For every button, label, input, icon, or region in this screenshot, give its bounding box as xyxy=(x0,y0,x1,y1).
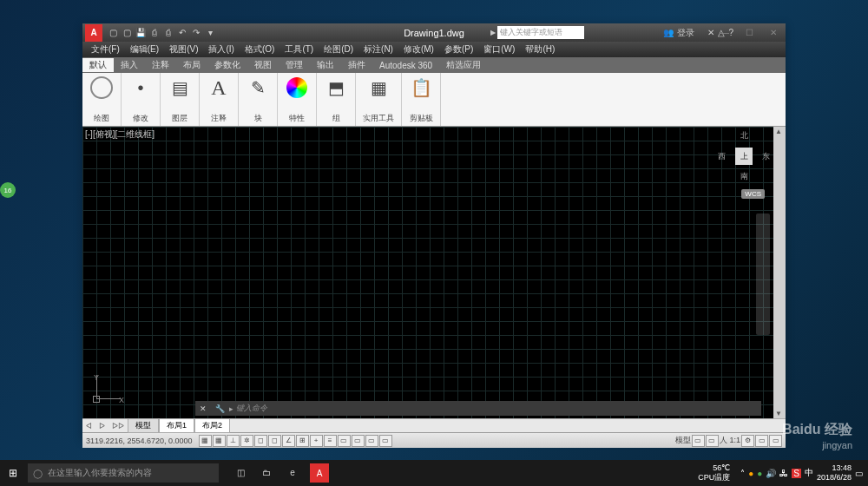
sb-grid[interactable]: ▦ xyxy=(213,435,226,447)
new-icon[interactable]: ▢ xyxy=(107,27,119,39)
sb-snap[interactable]: ▦ xyxy=(199,435,212,447)
menu-file[interactable]: 文件(F) xyxy=(87,43,124,56)
scrollbar-vertical[interactable] xyxy=(773,127,786,418)
sb-r4[interactable]: ▭ xyxy=(755,435,768,447)
tray-4-icon[interactable]: 中 xyxy=(805,467,813,479)
sb-scale[interactable]: 人 1:1 xyxy=(720,435,740,446)
panel-clipboard[interactable]: 📋剪贴板 xyxy=(402,73,441,126)
tab-insert[interactable]: 插入 xyxy=(114,58,145,72)
panel-draw[interactable]: 绘图 xyxy=(82,73,122,126)
tab-featured[interactable]: 精选应用 xyxy=(439,58,488,72)
tray-2-icon[interactable]: ● xyxy=(757,469,762,478)
tab-scroll-left[interactable]: ᐊ xyxy=(82,422,95,430)
tray-ime-icon[interactable]: S xyxy=(792,469,801,478)
sb-r2[interactable]: ▭ xyxy=(706,435,719,447)
redo-icon[interactable]: ↷ xyxy=(190,27,202,39)
tab-scroll-end[interactable]: ᐅᐅ xyxy=(108,422,128,430)
sb-ducs[interactable]: ⊞ xyxy=(296,435,309,447)
tab-manage[interactable]: 管理 xyxy=(279,58,310,72)
sb-model-label[interactable]: 模型 xyxy=(675,435,691,446)
edge-icon[interactable]: e xyxy=(284,463,301,481)
print-icon[interactable]: ⎙ xyxy=(162,27,174,39)
tray-up-icon[interactable]: ˄ xyxy=(740,469,745,478)
navigation-bar[interactable] xyxy=(756,213,770,335)
open-icon[interactable]: ▢ xyxy=(121,27,133,39)
clock[interactable]: 13:482018/6/28 xyxy=(817,463,852,483)
sb-am[interactable]: ▭ xyxy=(379,435,392,447)
tab-plugins[interactable]: 插件 xyxy=(341,58,372,72)
tab-model[interactable]: 模型 xyxy=(128,418,159,433)
search-input[interactable]: 键入关键字或短语 xyxy=(497,26,584,39)
sb-tpy[interactable]: ▭ xyxy=(338,435,351,447)
clipboard-icon: 📋 xyxy=(409,76,433,100)
taskview-icon[interactable]: ◫ xyxy=(232,463,249,481)
sb-otrack[interactable]: ∠ xyxy=(282,435,295,447)
tab-layout[interactable]: 布局 xyxy=(176,58,207,72)
drawing-canvas[interactable]: [-][俯视][二维线框] 北 南 东 西 上 WCS Y X ✕ 🔧 ▸ 键入… xyxy=(82,127,786,418)
taskbar-search[interactable]: ◯ 在这里输入你要搜索的内容 xyxy=(28,463,219,483)
sb-r1[interactable]: ▭ xyxy=(692,435,705,447)
start-button[interactable]: ⊞ xyxy=(0,460,26,486)
cmd-wrench-icon[interactable]: 🔧 xyxy=(211,404,229,413)
sb-lwt[interactable]: ≡ xyxy=(324,435,337,447)
explorer-icon[interactable]: 🗀 xyxy=(258,463,275,481)
panel-annotate[interactable]: A注释 xyxy=(200,73,239,126)
login-area[interactable]: 👥 登录 xyxy=(663,27,694,39)
tab-view[interactable]: 视图 xyxy=(247,58,279,72)
qat-more-icon[interactable]: ▾ xyxy=(204,27,216,39)
menu-dimension[interactable]: 标注(N) xyxy=(359,43,398,56)
menu-help[interactable]: 帮助(H) xyxy=(521,43,559,56)
menu-draw[interactable]: 绘图(D) xyxy=(319,43,358,56)
panel-properties[interactable]: 特性 xyxy=(278,73,317,126)
menu-window[interactable]: 窗口(W) xyxy=(479,43,519,56)
panel-block[interactable]: ✎块 xyxy=(239,73,278,126)
tab-annotate[interactable]: 注释 xyxy=(145,58,176,72)
tray-volume-icon[interactable]: 🔊 xyxy=(766,469,776,478)
sb-sc[interactable]: ▭ xyxy=(365,435,378,447)
minimize-button[interactable]: — xyxy=(713,24,737,42)
viewport-label[interactable]: [-][俯视][二维线框] xyxy=(85,128,155,141)
undo-icon[interactable]: ↶ xyxy=(176,27,188,39)
sb-dyn[interactable]: + xyxy=(310,435,323,447)
maximize-button[interactable]: ☐ xyxy=(737,24,761,42)
panel-layer[interactable]: ▤图层 xyxy=(161,73,200,126)
menu-edit[interactable]: 编辑(E) xyxy=(126,43,163,56)
cmd-close-icon[interactable]: ✕ xyxy=(195,404,211,413)
close-button[interactable]: ✕ xyxy=(761,24,786,42)
panel-group[interactable]: ⬒组 xyxy=(317,73,356,126)
tab-a360[interactable]: Autodesk 360 xyxy=(372,60,439,71)
tab-layout2[interactable]: 布局2 xyxy=(194,418,230,433)
sb-3dosnap[interactable]: ◻ xyxy=(268,435,281,447)
command-line[interactable]: ✕ 🔧 ▸ 键入命令 xyxy=(195,401,761,416)
vc-top[interactable]: 上 xyxy=(735,148,753,165)
menu-format[interactable]: 格式(O) xyxy=(240,43,279,56)
menu-insert[interactable]: 插入(I) xyxy=(204,43,238,56)
sb-r5[interactable]: ▭ xyxy=(769,435,782,447)
tray-1-icon[interactable]: ● xyxy=(748,469,753,478)
sb-polar[interactable]: ✲ xyxy=(240,435,253,447)
sb-qp[interactable]: ▭ xyxy=(352,435,365,447)
tab-output[interactable]: 输出 xyxy=(310,58,341,72)
tab-scroll-right[interactable]: ᐅ xyxy=(95,422,108,430)
menu-view[interactable]: 视图(V) xyxy=(165,43,202,56)
tab-parametric[interactable]: 参数化 xyxy=(207,58,247,72)
menu-tools[interactable]: 工具(T) xyxy=(280,43,318,56)
tab-default[interactable]: 默认 xyxy=(82,58,114,72)
cpu-temp[interactable]: 56℃CPU温度 xyxy=(698,463,730,483)
panel-modify[interactable]: •修改 xyxy=(122,73,161,126)
viewcube[interactable]: 北 南 东 西 上 xyxy=(721,134,766,179)
notification-icon[interactable]: ▭ xyxy=(855,469,863,478)
menu-modify[interactable]: 修改(M) xyxy=(399,43,438,56)
autocad-task-icon[interactable]: A xyxy=(310,463,329,483)
wcs-badge[interactable]: WCS xyxy=(741,189,765,199)
sb-ortho[interactable]: ⊥ xyxy=(227,435,240,447)
panel-utilities[interactable]: ▦实用工具 xyxy=(356,73,402,126)
menu-param[interactable]: 参数(P) xyxy=(440,43,477,56)
app-logo-icon[interactable]: A xyxy=(85,24,102,42)
saveas-icon[interactable]: ⎙ xyxy=(148,27,161,39)
sb-r3[interactable]: ⚙ xyxy=(741,435,754,447)
save-icon[interactable]: 💾 xyxy=(135,27,147,39)
tab-layout1[interactable]: 布局1 xyxy=(159,418,194,433)
tray-net-icon[interactable]: 🖧 xyxy=(779,469,788,478)
sb-osnap[interactable]: ◻ xyxy=(254,435,267,447)
